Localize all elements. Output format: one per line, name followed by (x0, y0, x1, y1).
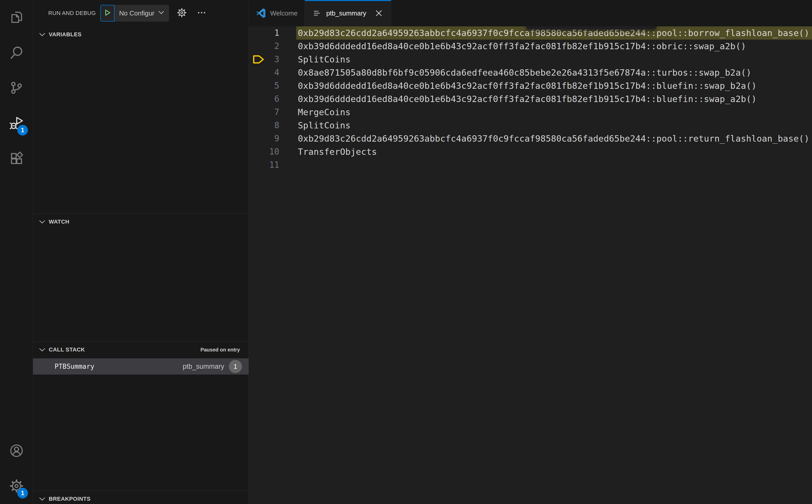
line-number[interactable]: 4 (249, 66, 279, 79)
code-text: TransferObjects (296, 145, 812, 158)
chevron-down-icon (39, 218, 46, 225)
play-icon (103, 8, 112, 18)
code-text: MergeCoins (296, 106, 812, 119)
watch-pane-header[interactable]: WATCH (33, 214, 248, 230)
line-number[interactable]: 7 (249, 106, 279, 119)
code-text: SplitCoins (296, 119, 812, 132)
chevron-down-icon (39, 31, 46, 38)
sidebar-item-run-and-debug[interactable]: 1 (0, 106, 33, 141)
line-number[interactable]: 8 (249, 119, 279, 132)
code-line-10[interactable]: 10TransferObjects (249, 145, 812, 158)
code-text: 0xb39d6dddedd16ed8a40ce0b1e6b43c92acf0ff… (296, 92, 812, 106)
activity-bar-top: 1 (0, 0, 33, 176)
code-line-8[interactable]: 8SplitCoins (249, 119, 812, 132)
code-text: 0xb39d6dddedd16ed8a40ce0b1e6b43c92acf0ff… (296, 40, 812, 53)
sidebar-title: RUN AND DEBUG (48, 10, 96, 16)
start-debugging-button[interactable] (100, 5, 114, 22)
sidebar-item-source-control[interactable] (0, 71, 33, 106)
vscode-window: 1 1 RUN AND DEBUG No Conf (0, 0, 812, 504)
call-stack-pane: CALL STACK Paused on entry PTBSummary pt… (33, 341, 248, 491)
debug-current-line-arrow (252, 54, 265, 64)
manage-button[interactable]: 1 (0, 469, 33, 504)
config-dropdown-label: No Configur (119, 9, 154, 17)
code-line-2[interactable]: 20xb39d6dddedd16ed8a40ce0b1e6b43c92acf0f… (249, 40, 812, 53)
chevron-down-icon (39, 346, 46, 353)
line-number[interactable]: 5 (249, 79, 279, 92)
debug-toolbar (526, 26, 657, 30)
extensions-icon (9, 151, 24, 167)
breakpoints-pane: BREAKPOINTS (33, 491, 248, 504)
variables-pane: VARIABLES (33, 26, 248, 213)
activity-bar-bottom: 1 (0, 433, 33, 504)
code-text: SplitCoins (296, 53, 812, 66)
line-number[interactable]: 1 (249, 26, 279, 40)
list-file-icon (312, 8, 322, 18)
gear-icon (177, 8, 187, 19)
tab-label: ptb_summary (326, 9, 366, 17)
call-stack-pane-header[interactable]: CALL STACK Paused on entry (33, 342, 248, 358)
line-number[interactable]: 6 (249, 92, 279, 106)
line-number[interactable]: 11 (249, 158, 279, 172)
code-line-4[interactable]: 40x8ae871505a80d8bf6bf9c05906cda6edfeea4… (249, 66, 812, 79)
vscode-logo-icon (256, 8, 266, 18)
files-icon (9, 10, 24, 26)
line-number[interactable]: 10 (249, 145, 279, 158)
watch-pane: WATCH (33, 213, 248, 341)
run-and-debug-sidebar: RUN AND DEBUG No Configur VARIABLES (33, 0, 249, 504)
frame-line-badge: 1 (229, 360, 242, 373)
tab-bar: Welcome ptb_summary (249, 0, 812, 26)
tab-welcome[interactable]: Welcome (249, 0, 305, 26)
code-text (296, 158, 812, 172)
pane-title: VARIABLES (49, 31, 81, 38)
debug-gear-button[interactable] (177, 8, 187, 19)
accounts-button[interactable] (0, 433, 33, 469)
sidebar-header: RUN AND DEBUG No Configur (33, 0, 248, 26)
pane-title: BREAKPOINTS (49, 496, 91, 502)
frame-meta: ptb_summary 1 (182, 360, 242, 373)
frame-name: PTBSummary (55, 363, 94, 370)
code-line-11[interactable]: 11 (249, 158, 812, 172)
editor-area: Welcome ptb_summary 10xb29d83c26cd (249, 0, 812, 504)
ellipsis-icon (196, 8, 207, 19)
activity-bar: 1 1 (0, 0, 33, 504)
editor-lines: 10xb29d83c26cdd2a64959263abbcfc4a6937f0c… (249, 26, 812, 172)
config-dropdown[interactable]: No Configur (114, 5, 169, 22)
sidebar-item-extensions[interactable] (0, 141, 33, 176)
code-text: 0xb39d6dddedd16ed8a40ce0b1e6b43c92acf0ff… (296, 79, 812, 92)
code-editor[interactable]: 10xb29d83c26cdd2a64959263abbcfc4a6937f0c… (249, 26, 812, 504)
pane-title: WATCH (49, 219, 69, 225)
variables-pane-header[interactable]: VARIABLES (33, 26, 248, 43)
debug-launch-control: No Configur (100, 5, 169, 22)
call-stack-status: Paused on entry (200, 347, 240, 353)
tab-label: Welcome (270, 9, 297, 17)
pane-title: CALL STACK (49, 346, 85, 353)
code-line-9[interactable]: 90xb29d83c26cdd2a64959263abbcfc4a6937f0c… (249, 132, 812, 145)
line-number[interactable]: 9 (249, 132, 279, 145)
code-text: 0x8ae871505a80d8bf6bf9c05906cda6edfeea46… (296, 66, 812, 79)
account-icon (9, 443, 24, 459)
search-icon (9, 45, 24, 61)
source-control-icon (9, 80, 24, 96)
sidebar-item-search[interactable] (0, 35, 33, 71)
more-actions-button[interactable] (196, 8, 207, 19)
code-line-7[interactable]: 7MergeCoins (249, 106, 812, 119)
breakpoints-pane-header[interactable]: BREAKPOINTS (33, 491, 248, 504)
frame-file: ptb_summary (182, 363, 224, 371)
settings-badge: 1 (17, 488, 28, 498)
call-stack-frame-row[interactable]: PTBSummary ptb_summary 1 (33, 358, 248, 375)
code-line-5[interactable]: 50xb39d6dddedd16ed8a40ce0b1e6b43c92acf0f… (249, 79, 812, 92)
code-text: 0xb29d83c26cdd2a64959263abbcfc4a6937f0c9… (296, 132, 812, 145)
tab-ptb-summary[interactable]: ptb_summary (305, 0, 391, 26)
chevron-down-icon (158, 9, 164, 18)
code-line-6[interactable]: 60xb39d6dddedd16ed8a40ce0b1e6b43c92acf0f… (249, 92, 812, 106)
chevron-down-icon (39, 495, 46, 502)
line-number[interactable]: 2 (249, 40, 279, 53)
code-line-3[interactable]: 3SplitCoins (249, 53, 812, 66)
debug-badge: 1 (17, 125, 28, 136)
close-icon[interactable] (374, 8, 384, 18)
sidebar-item-explorer[interactable] (0, 0, 33, 35)
